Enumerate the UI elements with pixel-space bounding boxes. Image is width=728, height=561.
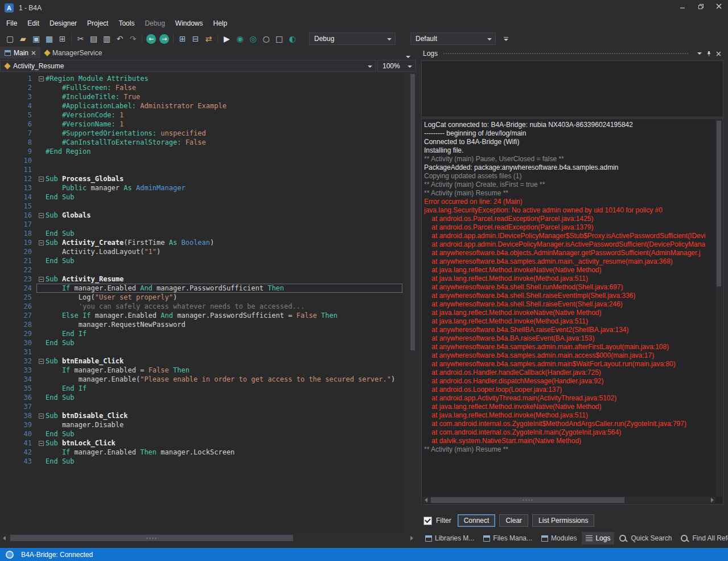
scroll-right-icon[interactable] (408, 534, 416, 542)
editor-vertical-scrollbar[interactable] (409, 73, 416, 534)
editor-horizontal-scrollbar[interactable] (0, 534, 416, 542)
open-project-icon[interactable]: ▰ (17, 32, 30, 45)
save-all-icon[interactable]: ▦ (43, 32, 56, 45)
copy-icon[interactable]: ▤ (87, 32, 100, 45)
visual-designer-icon[interactable]: ⇄ (202, 32, 215, 45)
run-icon[interactable]: ▶ (220, 32, 233, 45)
toolbar-overflow-icon[interactable] (504, 37, 508, 41)
code-line-30[interactable]: 30End Sub (0, 338, 402, 347)
code-line-36[interactable]: 36End Sub (0, 393, 402, 402)
fold-collapse-icon[interactable] (39, 359, 44, 364)
code-line-27[interactable]: 27 Else If manager.Enabled And manager.P… (0, 311, 402, 320)
code-line-39[interactable]: 39 manager.Disable (0, 420, 402, 429)
designer-icon[interactable]: ⊟ (189, 32, 202, 45)
code-line-16[interactable]: 16Sub Globals (0, 211, 402, 220)
undo-icon[interactable]: ↶ (113, 32, 126, 45)
fold-collapse-icon[interactable] (39, 277, 44, 282)
logs-horizontal-scrollbar[interactable] (422, 497, 715, 503)
tool-tab-modules[interactable]: Modules (537, 532, 581, 544)
modules-icon[interactable]: ⊞ (176, 32, 189, 45)
log-output[interactable]: LogCat connected to: B4A-Bridge: nubia N… (421, 118, 723, 505)
code-line-4[interactable]: 4 #ApplicationLabel: Administrator Examp… (0, 101, 402, 110)
code-editor[interactable]: 1#Region Module Attributes2 #FullScreen:… (0, 73, 402, 534)
code-line-22[interactable]: 22 (0, 265, 402, 275)
fold-collapse-icon[interactable] (39, 240, 44, 245)
menu-item-tools[interactable]: Tools (113, 16, 139, 31)
minimize-icon[interactable] (673, 0, 692, 13)
code-line-24[interactable]: 24 If manager.Enabled And manager.Passwo… (0, 284, 402, 293)
fold-collapse-icon[interactable] (39, 441, 44, 446)
pin-icon[interactable] (704, 49, 714, 58)
code-line-5[interactable]: 5 #VersionCode: 1 (0, 110, 402, 120)
bridge-icon[interactable]: ◐ (286, 32, 299, 45)
tool-tab-find-references[interactable]: Find All Refe... (677, 532, 728, 544)
code-line-11[interactable]: 11 (0, 165, 402, 174)
menu-item-edit[interactable]: Edit (22, 16, 44, 31)
scroll-left-icon[interactable] (0, 534, 9, 542)
code-line-7[interactable]: 7 #SupportedOrientations: unspecified (0, 129, 402, 138)
tab-managerservice[interactable]: ManagerService (40, 47, 106, 59)
code-line-20[interactable]: 20 Activity.LoadLayout("1") (0, 247, 402, 256)
fold-collapse-icon[interactable] (39, 76, 44, 81)
export-project-icon[interactable]: ⊞ (56, 32, 69, 45)
code-line-31[interactable]: 31 (0, 347, 402, 357)
code-line-13[interactable]: 13 Public manager As AdminManager (0, 183, 402, 193)
code-line-23[interactable]: 23Sub Activity_Resume (0, 275, 402, 284)
cut-icon[interactable]: ✂ (74, 32, 87, 45)
code-line-18[interactable]: 18End Sub (0, 229, 402, 238)
code-line-2[interactable]: 2 #FullScreen: False (0, 83, 402, 92)
close-icon[interactable] (710, 0, 728, 13)
code-line-43[interactable]: 43End Sub (0, 457, 402, 466)
restore-icon[interactable] (692, 0, 710, 13)
tab-list-chevron-icon[interactable] (406, 50, 410, 60)
zoom-dropdown[interactable]: 100% (377, 60, 416, 72)
code-line-33[interactable]: 33 If manager.Enabled = False Then (0, 366, 402, 375)
code-line-1[interactable]: 1#Region Module Attributes (0, 74, 402, 83)
filter-checkbox[interactable] (423, 517, 432, 525)
code-line-37[interactable]: 37 (0, 402, 402, 411)
fold-collapse-icon[interactable] (39, 213, 44, 218)
menu-item-windows[interactable]: Windows (170, 16, 208, 31)
code-line-10[interactable]: 10 (0, 156, 402, 165)
code-line-12[interactable]: 12Sub Process_Globals (0, 174, 402, 183)
scroll-left-icon[interactable] (422, 497, 429, 503)
new-file-icon[interactable]: ▢ (3, 32, 17, 45)
code-line-41[interactable]: 41Sub btnLock_Click (0, 439, 402, 448)
code-line-21[interactable]: 21End Sub (0, 256, 402, 265)
tab-main[interactable]: Main (0, 47, 40, 59)
build-configuration-dropdown[interactable]: Debug (309, 32, 396, 45)
clear-button[interactable]: Clear (499, 514, 528, 527)
code-line-19[interactable]: 19Sub Activity_Create(FirstTime As Boole… (0, 238, 402, 247)
code-line-8[interactable]: 8 #CanInstallToExternalStorage: False (0, 138, 402, 147)
code-line-34[interactable]: 34 manager.Enable("Please enable in orde… (0, 375, 402, 384)
code-line-6[interactable]: 6 #VersionName: 1 (0, 120, 402, 129)
code-line-40[interactable]: 40End Sub (0, 429, 402, 439)
menu-item-help[interactable]: Help (208, 16, 233, 31)
resume-icon[interactable]: ◎ (246, 32, 260, 45)
panel-drag-grip[interactable] (443, 52, 689, 55)
build-profile-dropdown[interactable]: Default (410, 32, 496, 45)
code-line-32[interactable]: 32Sub btnEnable_Click (0, 357, 402, 366)
menu-item-project[interactable]: Project (82, 16, 113, 31)
fold-collapse-icon[interactable] (39, 413, 44, 419)
code-line-26[interactable]: 26 'you can safely access whatever needs… (0, 302, 402, 311)
rapid-debug-icon[interactable]: ◉ (233, 32, 246, 45)
window-position-icon[interactable] (694, 49, 704, 58)
code-line-25[interactable]: 25 Log("User set properly") (0, 293, 402, 302)
close-tab-icon[interactable] (31, 51, 36, 55)
list-permissions-button[interactable]: List Permissions (532, 514, 594, 527)
scrollbar-thumb[interactable] (717, 121, 721, 286)
menu-item-file[interactable]: File (1, 16, 22, 31)
code-line-14[interactable]: 14End Sub (0, 193, 402, 202)
save-icon[interactable]: ▣ (30, 32, 43, 45)
code-line-42[interactable]: 42 If manager.Enabled Then manager.LockS… (0, 448, 402, 457)
tool-tab-quick-search[interactable]: Quick Search (615, 532, 676, 544)
tool-tab-libraries-manager[interactable]: Libraries M... (421, 532, 478, 544)
code-line-9[interactable]: 9#End Region (0, 147, 402, 156)
fold-collapse-icon[interactable] (39, 177, 44, 182)
redo-icon[interactable]: ↷ (126, 32, 139, 45)
scroll-right-icon[interactable] (709, 497, 715, 503)
code-line-17[interactable]: 17 (0, 220, 402, 229)
code-line-15[interactable]: 15 (0, 202, 402, 211)
close-panel-icon[interactable] (714, 49, 723, 58)
